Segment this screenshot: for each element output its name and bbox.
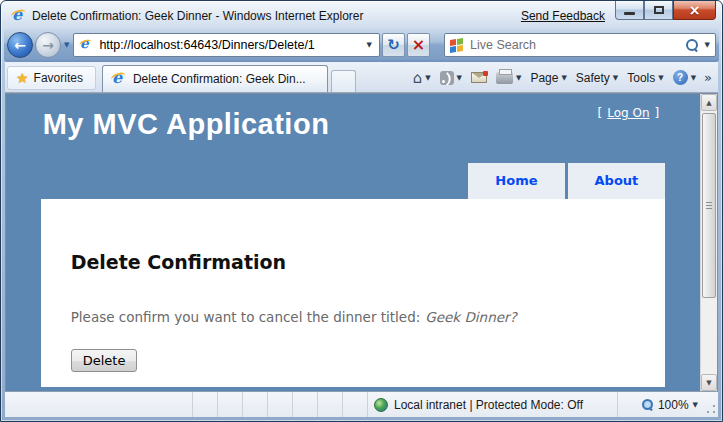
refresh-icon: ↻ <box>387 38 400 53</box>
toolbar-overflow-icon[interactable]: » <box>702 70 714 85</box>
tab-page-icon: e <box>111 71 127 87</box>
refresh-button[interactable]: ↻ <box>382 33 405 57</box>
navigation-bar: ← → ▼ e http://localhost:64643/Dinners/D… <box>4 28 719 62</box>
site-title: My MVC Application <box>43 108 330 141</box>
status-bar: Local intranet | Protected Mode: Off 100… <box>5 391 718 417</box>
zone-text: Local intranet | Protected Mode: Off <box>394 398 583 412</box>
search-input[interactable]: Live Search <box>470 38 685 52</box>
home-icon: ⌂ <box>413 71 423 85</box>
printer-icon <box>496 72 513 84</box>
intranet-globe-icon <box>374 398 388 412</box>
favorites-star-icon: ★ <box>16 70 29 86</box>
menu-item-about[interactable]: About <box>568 163 666 199</box>
tab-bar: ★ Favorites e Delete Confirmation: Geek … <box>5 62 718 93</box>
mail-icon <box>471 72 487 83</box>
zoom-dropdown-icon[interactable]: ▼ <box>693 401 698 409</box>
minimize-icon <box>624 12 635 15</box>
print-button[interactable]: ▼ <box>493 70 524 86</box>
live-search-icon <box>450 38 463 53</box>
logon-link[interactable]: Log On <box>607 106 649 120</box>
security-zone-pane: Local intranet | Protected Mode: Off <box>368 392 618 417</box>
search-box[interactable]: Live Search ▼ <box>444 33 716 57</box>
command-bar: ⌂▼ ▼ ▼ Page▼ Safety▼ Tools▼ ?▼ » <box>410 68 716 92</box>
url-input[interactable]: http://localhost:64643/Dinners/Delete/1 <box>99 38 363 52</box>
rss-feed-icon <box>440 71 454 85</box>
window-controls: × <box>615 1 716 20</box>
status-message-pane <box>5 392 193 417</box>
site-menu: Home About <box>468 163 665 199</box>
address-bar[interactable]: e http://localhost:64643/Dinners/Delete/… <box>73 33 380 57</box>
send-feedback-link[interactable]: Send Feedback <box>521 9 605 23</box>
zoom-magnifier-icon <box>641 398 654 411</box>
page-menu[interactable]: Page▼ <box>527 69 569 87</box>
address-dropdown-icon[interactable]: ▼ <box>364 41 375 49</box>
maximize-button[interactable] <box>644 1 673 20</box>
page-icon: e <box>80 38 94 52</box>
zoom-level: 100% <box>658 398 689 412</box>
tab-title: Delete Confirmation: Geek Din... <box>133 72 306 86</box>
dinner-title: Geek Dinner? <box>425 309 516 325</box>
close-button[interactable]: × <box>673 1 716 20</box>
resize-grip[interactable] <box>704 403 717 416</box>
delete-button[interactable]: Delete <box>71 349 138 372</box>
history-dropdown-icon[interactable]: ▼ <box>64 41 69 49</box>
scrollbar-thumb[interactable] <box>702 113 716 298</box>
site-header: My MVC Application [Log On] Home About <box>41 94 666 199</box>
new-tab-button[interactable] <box>331 70 356 92</box>
vertical-scrollbar[interactable]: ▲ ▼ <box>700 94 717 391</box>
feeds-button[interactable]: ▼ <box>437 69 465 87</box>
browser-viewport: My MVC Application [Log On] Home About D… <box>5 93 718 391</box>
stop-button[interactable]: × <box>407 33 430 57</box>
stop-icon: × <box>412 37 425 53</box>
title-bar[interactable]: e Delete Confirmation: Geek Dinner - Win… <box>5 1 718 28</box>
page-heading: Delete Confirmation <box>71 251 636 273</box>
maximize-icon <box>654 6 664 14</box>
search-dropdown-icon[interactable]: ▼ <box>705 41 710 49</box>
logon-area: [Log On] <box>598 106 660 120</box>
zoom-control[interactable]: 100% ▼ <box>618 392 704 417</box>
favorites-button[interactable]: ★ Favorites <box>7 66 96 90</box>
mvc-page: My MVC Application [Log On] Home About D… <box>41 94 666 391</box>
minimize-button[interactable] <box>615 1 644 20</box>
ie-logo-icon: e <box>11 8 27 24</box>
active-tab[interactable]: e Delete Confirmation: Geek Din... <box>102 65 328 92</box>
favorites-label: Favorites <box>34 71 83 85</box>
main-content: Delete Confirmation Please confirm you w… <box>41 199 666 387</box>
help-menu[interactable]: ?▼ <box>670 68 699 87</box>
search-icon[interactable] <box>685 38 699 52</box>
back-button[interactable]: ← <box>7 32 33 58</box>
tools-menu[interactable]: Tools▼ <box>624 69 666 87</box>
forward-arrow-icon: → <box>42 37 54 53</box>
back-arrow-icon: ← <box>14 37 26 53</box>
scroll-down-icon[interactable]: ▼ <box>701 374 717 391</box>
help-icon: ? <box>673 70 688 85</box>
forward-button[interactable]: → <box>35 32 61 58</box>
menu-item-home[interactable]: Home <box>468 163 564 199</box>
scrollbar-track[interactable] <box>701 111 717 374</box>
read-mail-button[interactable] <box>468 70 490 85</box>
window-title: Delete Confirmation: Geek Dinner - Windo… <box>32 9 363 23</box>
confirm-text: Please confirm you want to cancel the di… <box>71 309 636 325</box>
browser-window: e Delete Confirmation: Geek Dinner - Win… <box>0 0 723 422</box>
safety-menu[interactable]: Safety▼ <box>573 69 621 87</box>
close-icon: × <box>689 3 701 17</box>
home-button[interactable]: ⌂▼ <box>410 69 434 87</box>
scroll-up-icon[interactable]: ▲ <box>701 94 717 111</box>
